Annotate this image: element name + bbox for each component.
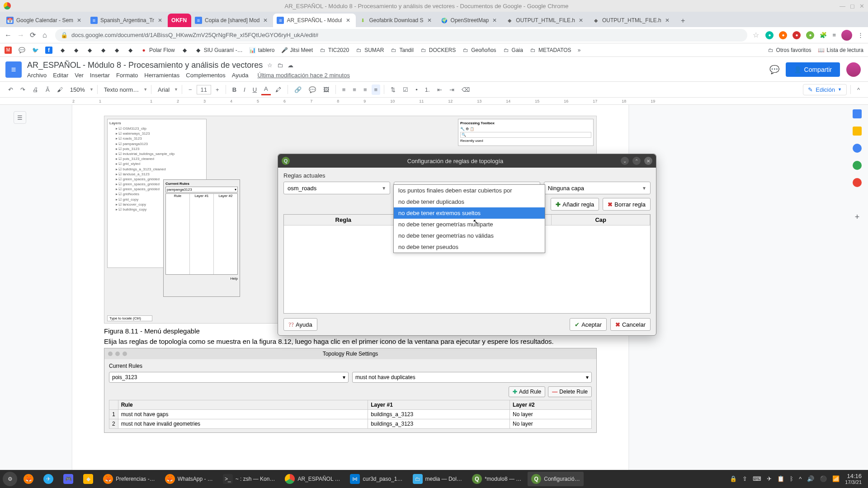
ext-icon-3[interactable]: ●	[793, 31, 801, 39]
bookmark-item[interactable]: 🗀Geoñoños	[462, 47, 496, 54]
forward-button[interactable]: →	[17, 31, 24, 39]
taskbar-item[interactable]: 🦊WhatsApp - …	[161, 472, 217, 486]
comments-icon[interactable]: 💬	[769, 65, 779, 75]
bookmark-item[interactable]: 🗀TIC2020	[319, 47, 349, 54]
tab-close-icon[interactable]: ✕	[664, 17, 670, 23]
close-icon[interactable]: ✕	[859, 3, 864, 9]
chrome-menu-icon[interactable]: ⋮	[858, 32, 863, 38]
browser-tab[interactable]: ≡AR_ESPAÑOL - Módul✕	[273, 14, 355, 27]
tab-close-icon[interactable]: ✕	[262, 17, 269, 23]
dropdown-option[interactable]: no debe tener extremos sueltos	[394, 207, 545, 219]
taskbar-item[interactable]: 🦊Preferencias -…	[99, 472, 159, 486]
add-app-icon[interactable]: +	[853, 212, 862, 221]
calendar-app-icon[interactable]	[853, 109, 862, 118]
bold-button[interactable]: B	[230, 84, 239, 95]
tray-lock-icon[interactable]: 🔒	[730, 475, 737, 482]
menu-item[interactable]: Archivo	[27, 72, 47, 79]
bookmark-item[interactable]: ◆	[181, 47, 189, 54]
indent-inc[interactable]: ⇥	[447, 84, 457, 95]
text-color-button[interactable]: A	[261, 84, 271, 95]
bookmark-item[interactable]: ◆SIU Guaraní -…	[195, 47, 243, 54]
bookmark-item[interactable]: 📊tablero	[249, 47, 275, 54]
bookmark-item[interactable]: 🎤Jitsi Meet	[281, 47, 313, 54]
taskbar-item[interactable]: ✈	[40, 472, 57, 486]
menu-item[interactable]: Complementos	[186, 72, 225, 79]
print-button[interactable]: 🖨	[30, 84, 41, 95]
tray-chevron-icon[interactable]: ^	[799, 475, 802, 482]
tab-close-icon[interactable]: ✕	[76, 17, 82, 23]
taskbar-item[interactable]: ◆	[80, 472, 97, 486]
bookmark-item[interactable]: f	[45, 47, 52, 54]
browser-tab[interactable]: ◆OUTPUT_HTML_FILE.h✕	[589, 14, 675, 27]
collapse-toolbar[interactable]: ^	[854, 84, 863, 95]
bookmark-item[interactable]: 🗀Gaia	[503, 47, 523, 54]
bookmark-item[interactable]: ◆	[59, 47, 66, 54]
maps-app-icon[interactable]	[853, 178, 862, 187]
style-select[interactable]: Texto norm…	[101, 84, 142, 95]
bookmark-item[interactable]: ◆	[99, 47, 107, 54]
browser-tab[interactable]: ≡Spanish_Argentina_Tr✕	[87, 14, 168, 27]
new-tab-button[interactable]: +	[677, 14, 689, 27]
tray-wifi-icon[interactable]: 📶	[832, 475, 840, 482]
profile-avatar[interactable]	[841, 30, 852, 41]
bookmark-item[interactable]: ●Polar Flow	[140, 47, 175, 54]
qgis-add-rule-button[interactable]: ✚Añadir regla	[551, 198, 599, 211]
tray-clipboard-icon[interactable]: 📋	[777, 475, 784, 482]
minimize-icon[interactable]: —	[840, 3, 845, 9]
tab-close-icon[interactable]: ✕	[491, 17, 498, 23]
menu-item[interactable]: Insertar	[90, 72, 110, 79]
clear-format[interactable]: ⌫	[459, 84, 472, 95]
taskbar-item[interactable]: >_~ : zsh — Kon…	[219, 472, 279, 486]
align-right[interactable]: ≡	[361, 84, 370, 95]
menu-item[interactable]: Herramientas	[144, 72, 179, 79]
share-button[interactable]: 👤 Compartir	[786, 62, 840, 77]
menu-item[interactable]: Ayuda	[232, 72, 249, 79]
bookmark-item[interactable]: ◆	[72, 47, 80, 54]
bookmark-item[interactable]: M	[5, 47, 12, 54]
cloud-status-icon[interactable]: ☁	[288, 62, 293, 69]
browser-tab[interactable]: OKFN	[168, 14, 191, 27]
taskbar-item[interactable]: 🎮	[60, 472, 77, 486]
move-icon[interactable]: 🗀	[277, 62, 283, 69]
link-button[interactable]: 🔗	[292, 84, 304, 95]
star-icon[interactable]: ☆	[267, 62, 273, 69]
qgis-minimize-icon[interactable]: ⌄	[621, 157, 629, 165]
tray-updates-icon[interactable]: ⇧	[742, 475, 747, 482]
qgis-layer2-combo[interactable]: Ninguna capa▼	[544, 182, 651, 194]
app-launcher[interactable]: ⚙	[3, 472, 17, 486]
editing-mode[interactable]: ✎ Edición ▼	[803, 84, 847, 95]
align-justify[interactable]: ≡	[372, 84, 381, 95]
browser-tab[interactable]: ◆OUTPUT_HTML_FILE.h✕	[502, 14, 589, 27]
taskbar-item[interactable]: AR_ESPAÑOL …	[281, 472, 344, 486]
bookmark-item[interactable]: 🗀METADATOS	[529, 47, 571, 54]
align-left[interactable]: ≡	[340, 84, 349, 95]
taskbar-item[interactable]: 🗀media — Dol…	[409, 472, 466, 486]
keep-app-icon[interactable]	[853, 127, 862, 136]
qgis-layer-combo[interactable]: osm_roads▼	[283, 182, 390, 194]
last-modified[interactable]: Última modificación hace 2 minutos	[257, 72, 349, 79]
browser-tab[interactable]: ⬇Geofabrik Download S✕	[356, 14, 437, 27]
dropdown-option[interactable]: los puntos finales deben estar cubiertos…	[394, 185, 545, 196]
font-size-inc[interactable]: +	[213, 84, 222, 95]
tasks-app-icon[interactable]	[853, 144, 862, 153]
home-button[interactable]: ⌂	[42, 31, 50, 39]
dropdown-option[interactable]: no debe tener geometrías no válidas	[394, 230, 545, 241]
bookmark-item[interactable]: 🗀SUMAR	[355, 47, 384, 54]
taskbar-item[interactable]: 🦊	[20, 472, 37, 486]
qgis-accept-button[interactable]: ✔Aceptar	[570, 318, 607, 331]
clock[interactable]: 14:16 17/3/21	[845, 473, 862, 485]
bookmark-item[interactable]: 🐦	[32, 47, 39, 54]
bookmark-item[interactable]: 🗀Otros favoritos	[767, 47, 811, 54]
outline-button[interactable]: ☰	[14, 111, 26, 124]
menu-item[interactable]: Editar	[53, 72, 68, 79]
maximize-icon[interactable]: ◻	[850, 3, 855, 9]
browser-tab[interactable]: 🌍OpenStreetMap✕	[437, 14, 503, 27]
font-select[interactable]: Arial	[155, 84, 172, 95]
indent-dec[interactable]: ⇤	[434, 84, 445, 95]
spellcheck-button[interactable]: Ā	[43, 84, 52, 95]
font-size-dec[interactable]: −	[186, 84, 195, 95]
menu-item[interactable]: Ver	[75, 72, 84, 79]
qgis-cancel-button[interactable]: ✖Cancelar	[610, 318, 651, 331]
image-button[interactable]: 🖼	[321, 84, 332, 95]
bookmark-star-icon[interactable]: ☆	[753, 31, 760, 39]
